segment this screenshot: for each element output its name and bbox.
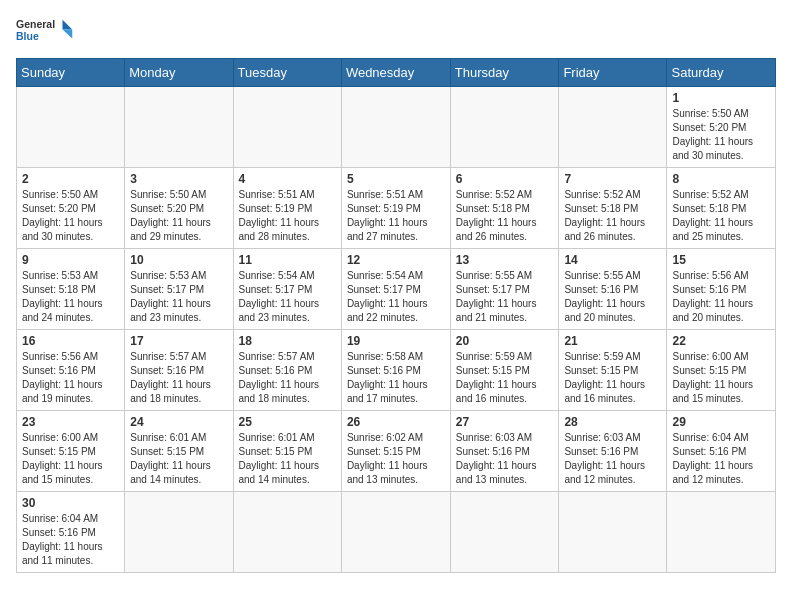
day-number: 2 (22, 172, 119, 186)
calendar-cell: 25Sunrise: 6:01 AM Sunset: 5:15 PM Dayli… (233, 411, 341, 492)
cell-content: Sunrise: 5:55 AM Sunset: 5:17 PM Dayligh… (456, 269, 554, 325)
cell-content: Sunrise: 6:01 AM Sunset: 5:15 PM Dayligh… (239, 431, 336, 487)
cell-content: Sunrise: 5:52 AM Sunset: 5:18 PM Dayligh… (456, 188, 554, 244)
calendar-cell (450, 492, 559, 573)
svg-marker-3 (63, 30, 73, 39)
calendar-cell: 20Sunrise: 5:59 AM Sunset: 5:15 PM Dayli… (450, 330, 559, 411)
calendar-cell (559, 87, 667, 168)
calendar-cell: 7Sunrise: 5:52 AM Sunset: 5:18 PM Daylig… (559, 168, 667, 249)
day-number: 12 (347, 253, 445, 267)
calendar-cell: 1Sunrise: 5:50 AM Sunset: 5:20 PM Daylig… (667, 87, 776, 168)
calendar-cell: 12Sunrise: 5:54 AM Sunset: 5:17 PM Dayli… (341, 249, 450, 330)
day-number: 9 (22, 253, 119, 267)
day-number: 3 (130, 172, 227, 186)
calendar-header-row: SundayMondayTuesdayWednesdayThursdayFrid… (17, 59, 776, 87)
col-header-saturday: Saturday (667, 59, 776, 87)
day-number: 14 (564, 253, 661, 267)
day-number: 30 (22, 496, 119, 510)
cell-content: Sunrise: 5:57 AM Sunset: 5:16 PM Dayligh… (130, 350, 227, 406)
cell-content: Sunrise: 5:51 AM Sunset: 5:19 PM Dayligh… (239, 188, 336, 244)
calendar-cell: 14Sunrise: 5:55 AM Sunset: 5:16 PM Dayli… (559, 249, 667, 330)
calendar-cell: 13Sunrise: 5:55 AM Sunset: 5:17 PM Dayli… (450, 249, 559, 330)
cell-content: Sunrise: 5:52 AM Sunset: 5:18 PM Dayligh… (672, 188, 770, 244)
calendar-cell: 9Sunrise: 5:53 AM Sunset: 5:18 PM Daylig… (17, 249, 125, 330)
col-header-thursday: Thursday (450, 59, 559, 87)
day-number: 17 (130, 334, 227, 348)
cell-content: Sunrise: 6:04 AM Sunset: 5:16 PM Dayligh… (672, 431, 770, 487)
calendar-cell: 16Sunrise: 5:56 AM Sunset: 5:16 PM Dayli… (17, 330, 125, 411)
day-number: 26 (347, 415, 445, 429)
day-number: 8 (672, 172, 770, 186)
calendar-cell: 24Sunrise: 6:01 AM Sunset: 5:15 PM Dayli… (125, 411, 233, 492)
calendar-cell: 8Sunrise: 5:52 AM Sunset: 5:18 PM Daylig… (667, 168, 776, 249)
calendar-cell: 27Sunrise: 6:03 AM Sunset: 5:16 PM Dayli… (450, 411, 559, 492)
calendar-table: SundayMondayTuesdayWednesdayThursdayFrid… (16, 58, 776, 573)
day-number: 11 (239, 253, 336, 267)
calendar-cell: 3Sunrise: 5:50 AM Sunset: 5:20 PM Daylig… (125, 168, 233, 249)
day-number: 22 (672, 334, 770, 348)
cell-content: Sunrise: 5:56 AM Sunset: 5:16 PM Dayligh… (672, 269, 770, 325)
cell-content: Sunrise: 5:50 AM Sunset: 5:20 PM Dayligh… (22, 188, 119, 244)
calendar-cell: 29Sunrise: 6:04 AM Sunset: 5:16 PM Dayli… (667, 411, 776, 492)
col-header-monday: Monday (125, 59, 233, 87)
calendar-cell: 4Sunrise: 5:51 AM Sunset: 5:19 PM Daylig… (233, 168, 341, 249)
cell-content: Sunrise: 5:59 AM Sunset: 5:15 PM Dayligh… (564, 350, 661, 406)
svg-text:General: General (16, 18, 55, 30)
col-header-sunday: Sunday (17, 59, 125, 87)
cell-content: Sunrise: 5:56 AM Sunset: 5:16 PM Dayligh… (22, 350, 119, 406)
calendar-cell (17, 87, 125, 168)
cell-content: Sunrise: 5:53 AM Sunset: 5:17 PM Dayligh… (130, 269, 227, 325)
calendar-cell (341, 87, 450, 168)
calendar-cell: 21Sunrise: 5:59 AM Sunset: 5:15 PM Dayli… (559, 330, 667, 411)
cell-content: Sunrise: 6:04 AM Sunset: 5:16 PM Dayligh… (22, 512, 119, 568)
calendar-cell: 22Sunrise: 6:00 AM Sunset: 5:15 PM Dayli… (667, 330, 776, 411)
day-number: 29 (672, 415, 770, 429)
cell-content: Sunrise: 5:59 AM Sunset: 5:15 PM Dayligh… (456, 350, 554, 406)
cell-content: Sunrise: 5:58 AM Sunset: 5:16 PM Dayligh… (347, 350, 445, 406)
day-number: 25 (239, 415, 336, 429)
day-number: 23 (22, 415, 119, 429)
day-number: 15 (672, 253, 770, 267)
calendar-cell: 26Sunrise: 6:02 AM Sunset: 5:15 PM Dayli… (341, 411, 450, 492)
cell-content: Sunrise: 6:03 AM Sunset: 5:16 PM Dayligh… (456, 431, 554, 487)
col-header-tuesday: Tuesday (233, 59, 341, 87)
calendar-cell: 18Sunrise: 5:57 AM Sunset: 5:16 PM Dayli… (233, 330, 341, 411)
calendar-cell (450, 87, 559, 168)
day-number: 18 (239, 334, 336, 348)
day-number: 16 (22, 334, 119, 348)
page-header: General Blue (16, 16, 776, 48)
cell-content: Sunrise: 6:00 AM Sunset: 5:15 PM Dayligh… (22, 431, 119, 487)
calendar-cell: 30Sunrise: 6:04 AM Sunset: 5:16 PM Dayli… (17, 492, 125, 573)
day-number: 20 (456, 334, 554, 348)
calendar-cell: 10Sunrise: 5:53 AM Sunset: 5:17 PM Dayli… (125, 249, 233, 330)
calendar-cell (667, 492, 776, 573)
calendar-cell: 6Sunrise: 5:52 AM Sunset: 5:18 PM Daylig… (450, 168, 559, 249)
cell-content: Sunrise: 6:02 AM Sunset: 5:15 PM Dayligh… (347, 431, 445, 487)
calendar-cell (233, 87, 341, 168)
cell-content: Sunrise: 5:53 AM Sunset: 5:18 PM Dayligh… (22, 269, 119, 325)
cell-content: Sunrise: 5:50 AM Sunset: 5:20 PM Dayligh… (672, 107, 770, 163)
day-number: 27 (456, 415, 554, 429)
calendar-cell: 11Sunrise: 5:54 AM Sunset: 5:17 PM Dayli… (233, 249, 341, 330)
cell-content: Sunrise: 5:54 AM Sunset: 5:17 PM Dayligh… (239, 269, 336, 325)
calendar-cell: 19Sunrise: 5:58 AM Sunset: 5:16 PM Dayli… (341, 330, 450, 411)
day-number: 13 (456, 253, 554, 267)
calendar-cell: 23Sunrise: 6:00 AM Sunset: 5:15 PM Dayli… (17, 411, 125, 492)
calendar-cell: 28Sunrise: 6:03 AM Sunset: 5:16 PM Dayli… (559, 411, 667, 492)
cell-content: Sunrise: 5:54 AM Sunset: 5:17 PM Dayligh… (347, 269, 445, 325)
calendar-cell: 15Sunrise: 5:56 AM Sunset: 5:16 PM Dayli… (667, 249, 776, 330)
cell-content: Sunrise: 6:01 AM Sunset: 5:15 PM Dayligh… (130, 431, 227, 487)
calendar-cell (233, 492, 341, 573)
cell-content: Sunrise: 6:00 AM Sunset: 5:15 PM Dayligh… (672, 350, 770, 406)
calendar-cell: 5Sunrise: 5:51 AM Sunset: 5:19 PM Daylig… (341, 168, 450, 249)
day-number: 10 (130, 253, 227, 267)
cell-content: Sunrise: 5:55 AM Sunset: 5:16 PM Dayligh… (564, 269, 661, 325)
logo: General Blue (16, 16, 76, 48)
day-number: 6 (456, 172, 554, 186)
day-number: 19 (347, 334, 445, 348)
cell-content: Sunrise: 5:50 AM Sunset: 5:20 PM Dayligh… (130, 188, 227, 244)
cell-content: Sunrise: 6:03 AM Sunset: 5:16 PM Dayligh… (564, 431, 661, 487)
calendar-cell (341, 492, 450, 573)
cell-content: Sunrise: 5:51 AM Sunset: 5:19 PM Dayligh… (347, 188, 445, 244)
day-number: 28 (564, 415, 661, 429)
